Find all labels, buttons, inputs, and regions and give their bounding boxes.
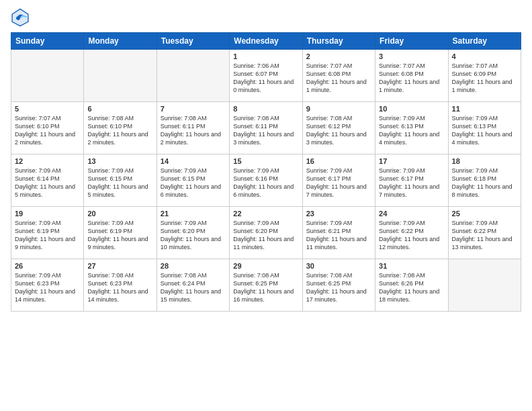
day-number: 10 (379, 105, 444, 113)
calendar-cell: 4Sunrise: 7:07 AMSunset: 6:09 PMDaylight… (448, 50, 521, 102)
week-row-3: 19Sunrise: 7:09 AMSunset: 6:19 PMDayligh… (11, 207, 521, 259)
logo (11, 8, 32, 27)
weekday-header-tuesday: Tuesday (157, 33, 229, 50)
day-number: 7 (161, 105, 226, 113)
calendar-cell: 12Sunrise: 7:09 AMSunset: 6:14 PMDayligh… (11, 154, 84, 207)
calendar-cell: 5Sunrise: 7:07 AMSunset: 6:10 PMDaylight… (11, 102, 84, 154)
day-number: 8 (233, 105, 298, 113)
day-number: 11 (452, 105, 517, 113)
day-number: 14 (161, 157, 226, 165)
day-info: Sunrise: 7:09 AMSunset: 6:15 PMDaylight:… (87, 167, 152, 199)
calendar-cell: 31Sunrise: 7:08 AMSunset: 6:26 PMDayligh… (375, 259, 448, 312)
day-info: Sunrise: 7:09 AMSunset: 6:16 PMDaylight:… (233, 167, 298, 199)
calendar-cell: 13Sunrise: 7:09 AMSunset: 6:15 PMDayligh… (84, 154, 157, 207)
day-number: 21 (161, 210, 226, 218)
day-info: Sunrise: 7:07 AMSunset: 6:09 PMDaylight:… (452, 62, 517, 95)
day-number: 1 (233, 52, 298, 60)
day-number: 23 (306, 210, 371, 218)
week-row-1: 5Sunrise: 7:07 AMSunset: 6:10 PMDaylight… (11, 102, 521, 154)
week-row-4: 26Sunrise: 7:09 AMSunset: 6:23 PMDayligh… (11, 259, 521, 312)
weekday-header-saturday: Saturday (448, 33, 521, 50)
calendar-cell: 25Sunrise: 7:09 AMSunset: 6:22 PMDayligh… (448, 207, 521, 259)
day-info: Sunrise: 7:06 AMSunset: 6:07 PMDaylight:… (233, 62, 298, 95)
weekday-header-monday: Monday (84, 33, 157, 50)
calendar-cell: 6Sunrise: 7:08 AMSunset: 6:10 PMDaylight… (84, 102, 157, 154)
calendar-cell: 24Sunrise: 7:09 AMSunset: 6:22 PMDayligh… (375, 207, 448, 259)
day-info: Sunrise: 7:08 AMSunset: 6:10 PMDaylight:… (87, 114, 152, 147)
day-info: Sunrise: 7:09 AMSunset: 6:15 PMDaylight:… (161, 167, 226, 199)
calendar-cell: 8Sunrise: 7:08 AMSunset: 6:11 PMDaylight… (230, 102, 302, 154)
calendar-cell: 26Sunrise: 7:09 AMSunset: 6:23 PMDayligh… (11, 259, 84, 312)
calendar-cell (157, 50, 229, 102)
week-row-2: 12Sunrise: 7:09 AMSunset: 6:14 PMDayligh… (11, 154, 521, 207)
day-number: 31 (379, 262, 444, 270)
page: SundayMondayTuesdayWednesdayThursdayFrid… (0, 0, 532, 411)
calendar-cell (448, 259, 521, 312)
day-info: Sunrise: 7:09 AMSunset: 6:21 PMDaylight:… (306, 219, 371, 252)
day-info: Sunrise: 7:07 AMSunset: 6:08 PMDaylight:… (379, 62, 444, 95)
day-number: 22 (233, 210, 298, 218)
calendar-cell: 9Sunrise: 7:08 AMSunset: 6:12 PMDaylight… (302, 102, 375, 154)
day-number: 13 (87, 157, 152, 165)
weekday-header-wednesday: Wednesday (230, 33, 302, 50)
calendar-cell: 28Sunrise: 7:08 AMSunset: 6:24 PMDayligh… (157, 259, 229, 312)
day-info: Sunrise: 7:09 AMSunset: 6:20 PMDaylight:… (161, 219, 226, 252)
day-info: Sunrise: 7:07 AMSunset: 6:08 PMDaylight:… (306, 62, 371, 95)
calendar-cell: 1Sunrise: 7:06 AMSunset: 6:07 PMDaylight… (230, 50, 302, 102)
day-number: 9 (306, 105, 371, 113)
day-info: Sunrise: 7:08 AMSunset: 6:23 PMDaylight:… (87, 271, 152, 304)
calendar-cell: 11Sunrise: 7:09 AMSunset: 6:13 PMDayligh… (448, 102, 521, 154)
day-info: Sunrise: 7:09 AMSunset: 6:19 PMDaylight:… (87, 219, 152, 252)
weekday-header-thursday: Thursday (302, 33, 375, 50)
day-info: Sunrise: 7:09 AMSunset: 6:22 PMDaylight:… (379, 219, 444, 252)
calendar-cell (11, 50, 84, 102)
calendar-cell: 2Sunrise: 7:07 AMSunset: 6:08 PMDaylight… (302, 50, 375, 102)
calendar-cell: 29Sunrise: 7:08 AMSunset: 6:25 PMDayligh… (230, 259, 302, 312)
calendar-cell: 20Sunrise: 7:09 AMSunset: 6:19 PMDayligh… (84, 207, 157, 259)
day-number: 17 (379, 157, 444, 165)
calendar-cell: 19Sunrise: 7:09 AMSunset: 6:19 PMDayligh… (11, 207, 84, 259)
day-info: Sunrise: 7:09 AMSunset: 6:13 PMDaylight:… (452, 114, 517, 147)
calendar-cell: 16Sunrise: 7:09 AMSunset: 6:17 PMDayligh… (302, 154, 375, 207)
header (11, 8, 521, 27)
day-number: 18 (452, 157, 517, 165)
day-number: 6 (87, 105, 152, 113)
calendar-cell: 10Sunrise: 7:09 AMSunset: 6:13 PMDayligh… (375, 102, 448, 154)
day-info: Sunrise: 7:08 AMSunset: 6:25 PMDaylight:… (233, 271, 298, 304)
calendar-cell: 23Sunrise: 7:09 AMSunset: 6:21 PMDayligh… (302, 207, 375, 259)
day-info: Sunrise: 7:08 AMSunset: 6:24 PMDaylight:… (161, 271, 226, 304)
day-number: 26 (15, 262, 80, 270)
calendar-cell: 17Sunrise: 7:09 AMSunset: 6:17 PMDayligh… (375, 154, 448, 207)
logo-icon (11, 8, 30, 27)
day-info: Sunrise: 7:09 AMSunset: 6:18 PMDaylight:… (452, 167, 517, 199)
day-info: Sunrise: 7:09 AMSunset: 6:17 PMDaylight:… (379, 167, 444, 199)
day-info: Sunrise: 7:08 AMSunset: 6:11 PMDaylight:… (161, 114, 226, 147)
day-number: 12 (15, 157, 80, 165)
day-number: 16 (306, 157, 371, 165)
calendar: SundayMondayTuesdayWednesdayThursdayFrid… (11, 32, 521, 312)
day-info: Sunrise: 7:08 AMSunset: 6:12 PMDaylight:… (306, 114, 371, 147)
day-number: 4 (452, 52, 517, 60)
weekday-header-row: SundayMondayTuesdayWednesdayThursdayFrid… (11, 33, 521, 50)
calendar-cell: 3Sunrise: 7:07 AMSunset: 6:08 PMDaylight… (375, 50, 448, 102)
day-number: 3 (379, 52, 444, 60)
day-number: 29 (233, 262, 298, 270)
week-row-0: 1Sunrise: 7:06 AMSunset: 6:07 PMDaylight… (11, 50, 521, 102)
day-number: 2 (306, 52, 371, 60)
calendar-cell: 15Sunrise: 7:09 AMSunset: 6:16 PMDayligh… (230, 154, 302, 207)
calendar-cell: 14Sunrise: 7:09 AMSunset: 6:15 PMDayligh… (157, 154, 229, 207)
day-info: Sunrise: 7:08 AMSunset: 6:25 PMDaylight:… (306, 271, 371, 304)
day-info: Sunrise: 7:09 AMSunset: 6:17 PMDaylight:… (306, 167, 371, 199)
day-number: 5 (15, 105, 80, 113)
day-number: 28 (161, 262, 226, 270)
day-number: 19 (15, 210, 80, 218)
day-info: Sunrise: 7:09 AMSunset: 6:13 PMDaylight:… (379, 114, 444, 147)
calendar-cell (84, 50, 157, 102)
day-number: 15 (233, 157, 298, 165)
calendar-cell: 22Sunrise: 7:09 AMSunset: 6:20 PMDayligh… (230, 207, 302, 259)
calendar-cell: 7Sunrise: 7:08 AMSunset: 6:11 PMDaylight… (157, 102, 229, 154)
day-number: 24 (379, 210, 444, 218)
day-info: Sunrise: 7:09 AMSunset: 6:22 PMDaylight:… (452, 219, 517, 252)
day-info: Sunrise: 7:07 AMSunset: 6:10 PMDaylight:… (15, 114, 80, 147)
calendar-cell: 18Sunrise: 7:09 AMSunset: 6:18 PMDayligh… (448, 154, 521, 207)
